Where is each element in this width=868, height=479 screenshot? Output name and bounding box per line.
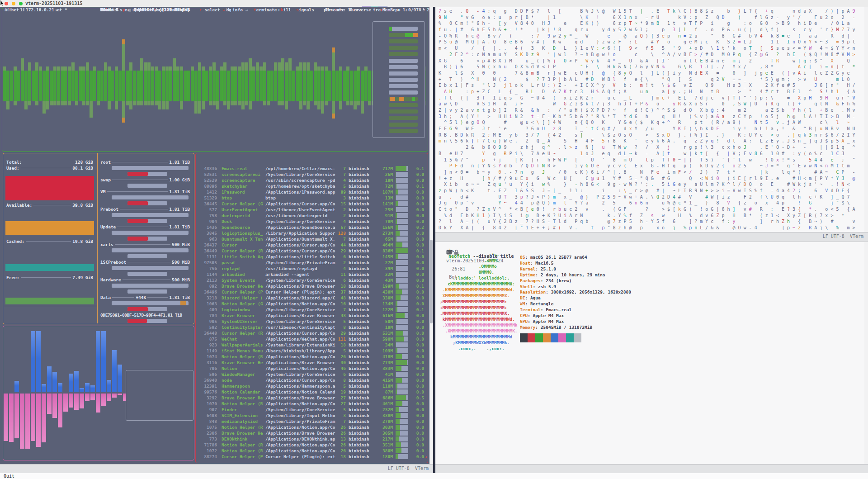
color-swatch [535,333,543,342]
left-scrollbar[interactable] [429,7,433,464]
color-swatch [520,333,528,342]
mem-meter-header: Cached:19.8 GiB [6,238,93,244]
proc-row[interactable]: 71786Notion Helper (R/Applications/Notio… [195,442,428,448]
modeline-active[interactable]: vterm-20251103-191315 77:3 Bot <mouse-1>… [435,464,868,474]
proc-row[interactable]: 3116Brave Browser He/Applications/Brave … [195,360,428,365]
core-graph [389,27,418,31]
proc-row[interactable]: 409loginwindow/System/Library/CoreServic… [195,307,428,313]
proc-row[interactable]: 1131Little Snitch Ag/Applications/Little… [195,254,428,260]
disk-used-bar [127,319,167,323]
proc-row[interactable]: 1149iStat Menus Menu/Users/binbinsh/Libr… [195,348,428,354]
disk-used-bar [127,184,167,188]
proc-signals-button[interactable]: signals [295,7,316,13]
proc-row[interactable]: 892Brave Browser He/Applications/Brave B… [195,283,428,289]
proc-row[interactable]: 784Brave Browser/Applications/Brave Brow… [195,313,428,318]
proc-row[interactable]: 3845logioptionsplus_/Library/Application… [195,230,428,236]
proc-row[interactable]: 963Quantumult X Tun/Applications/Quantum… [195,236,428,242]
proc-select-hint[interactable]: ↑ select ↓ [198,7,226,13]
core-graph [389,52,418,56]
emacs-frame: vterm-20251103-191315 1cpumenupreset *19… [0,0,868,479]
proc-row[interactable]: 1144arkaudiodarkaudiod --agent11binbinsh… [195,271,428,277]
net-scale-upload: 10K [5,7,12,13]
color-swatch [543,333,551,342]
proc-count: 0/978 [407,7,423,13]
proc-row[interactable]: 99576Notion Calendar/Applications/Notion… [195,389,428,395]
proc-row[interactable]: 758duetexpertd/usr/libexec/duetexpertd2b… [195,213,428,218]
proc-row[interactable]: 2113System Events/System/Library/CoreSer… [195,277,428,283]
mem-meter-graph [5,221,94,235]
proc-row[interactable]: 52529screencapture/usr/sbin/screencaptur… [195,177,428,183]
proc-row[interactable]: 14121Password/Applications/1Password.app… [195,189,428,195]
zoom-button[interactable] [19,2,23,5]
proc-row[interactable]: 36940node/Applications/Cursor.app/Co8bin… [195,377,428,383]
proc-row[interactable]: 88274Cursor Helper (PCursor Helper (Plug… [195,454,428,460]
proc-info-button[interactable]: info ↵ [231,7,249,13]
color-swatch [558,333,566,342]
left-scrollbar-thumb[interactable] [430,240,433,323]
disk-entry-header: swap1.00 GiB [100,177,190,183]
proc-row[interactable]: 773DEVONthink/Applications/DEVONthink.ap… [195,436,428,442]
disk-io-bar [112,266,189,270]
proc-row[interactable]: 875WeChat/Applications/WeChat.app/Co111b… [195,336,428,342]
proc-row[interactable]: 1072Notion Helper (R/Applications/Notion… [195,448,428,454]
proc-row[interactable]: 36437Cursor/Applications/Cursor.app/Co44… [195,242,428,248]
minimize-button[interactable] [12,2,15,5]
core-graph [389,84,418,88]
proc-row[interactable]: 577UserEventAgent/usr/libexec/UserEventA… [195,207,428,213]
disk-used-bar [127,307,167,311]
modeline-middle[interactable]: vterm-20251103-191324 26:81 Bot LF UTF-8… [435,232,868,242]
proc-row[interactable]: 6408SCIM_Extension/System/Library/Input … [195,413,428,418]
proc-row[interactable]: 36445Cursor Helper (G/Applications/Curso… [195,201,428,207]
proc-row[interactable]: 907Finder/System/Library/CoreService5bin… [195,407,428,413]
disk-used-bar [127,201,167,205]
core-graph [389,59,418,63]
proc-row[interactable]: 3292Brave Browser He/Applications/Brave … [195,395,428,401]
proc-row[interactable]: 706Notion/Applications/Notion.app/Co46bi… [195,365,428,371]
proc-row[interactable]: 596WindowManager/System/Library/CoreServ… [195,371,428,377]
core-graph [389,129,418,133]
close-button[interactable] [5,2,8,5]
proc-row[interactable]: 1074Notion Helper (R/Applications/Notion… [195,354,428,360]
proc-row[interactable]: 1436SoundSource/Applications/SoundSource… [195,224,428,230]
proc-row[interactable]: 923WallpaperAerials/System/Library/Exten… [195,342,428,348]
disk-io-bar [112,284,189,288]
proc-terminate-button[interactable]: terminate [252,7,278,13]
disk-io-bar [112,195,189,199]
modeline-encoding: LF UTF-8 VTerm [388,465,429,473]
proc-row[interactable]: 36449Cursor Helper (R/Applications/Curso… [195,248,428,254]
proc-row[interactable]: 36496Cursor Helper (PCursor Helper (Plug… [195,289,428,295]
proc-kill-button[interactable]: kill [279,7,292,13]
disk-entry-header: 0DE75091-00BF-517D-9DF4-4F1.81­ TiB [100,312,190,318]
proc-row[interactable]: 1070Notion Helper (R/Applications/Notion… [195,401,428,407]
proc-row[interactable]: 904Dock/System/Library/CoreService4binbi… [195,218,428,224]
proc-row[interactable]: 51329btopbtop3binbinsh13M0.0 [195,195,428,201]
proc-row[interactable]: 2306Brave Browser He/Applications/Brave … [195,430,428,436]
proc-row[interactable]: 592ContinuityCaptur/usr/libexec/Continui… [195,324,428,330]
modeline-left[interactable]: *vterm-20251103-190639* 511:129 Bot LF U… [0,464,433,474]
proc-row[interactable]: 97505passd/System/Library/PrivateFram2bi… [195,260,428,266]
proc-row[interactable]: 905SystemUIServer/System/Library/CoreSer… [195,318,428,324]
proc-row[interactable]: 848mediaanalysisd/System/Library/Private… [195,418,428,424]
proc-column-header[interactable]: MemB [382,7,393,13]
core-graph [389,116,418,120]
disk-io-bar [112,248,189,252]
proc-row[interactable]: 756replayd/usr/libexec/replayd4binbinsh3… [195,266,428,271]
proc-column-header[interactable]: Threads: [325,7,346,13]
proc-row[interactable]: 52531screencaptureui/System/Library/Core… [195,171,428,177]
disk-entry-header: Data▼44K1.81 TiB [100,294,190,300]
proc-row[interactable]: 1063Notion Helper (G/Applications/Notion… [195,301,428,307]
core-graph [389,46,418,50]
net-up-stat-arrow: ▲ [128,7,131,13]
color-swatch [528,333,535,342]
proc-row[interactable]: 12391Hammerspoon/Applications/Hammerspoo… [195,383,428,389]
echo-area: Quit [0,473,868,479]
proc-row[interactable]: 36448Cursor Helper (R/Applications/Curso… [195,330,428,336]
mem-meter-header: Available:39.8 GiB [6,202,93,208]
disk-entry-header: iSCPreboot500 MiB [100,259,190,265]
disk-entry-header: Update1.81 TiB [100,224,190,230]
proc-row[interactable]: 48836Emacs-real/opt/homebrew/Cellar/emac… [195,166,428,171]
proc-row[interactable]: 88896sketchybar/opt/homebrew/opt/sketchy… [195,183,428,189]
proc-column-header[interactable]: User: [349,7,362,13]
proc-row[interactable]: 3218Discord Helper (/Applications/Discor… [195,295,428,301]
proc-row[interactable]: 1075Notion Helper (R/Applications/Notion… [195,424,428,430]
